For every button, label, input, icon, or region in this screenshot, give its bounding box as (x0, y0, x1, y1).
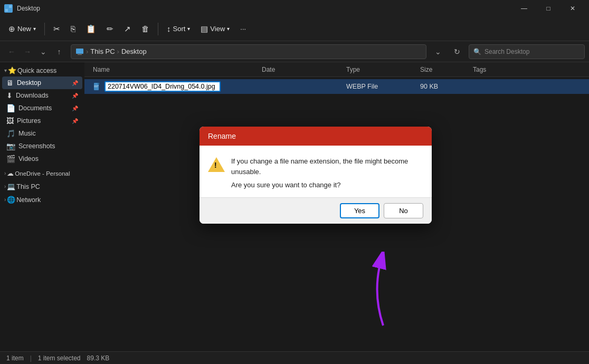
window-controls: — □ ✕ (512, 0, 585, 17)
delete-icon: 🗑 (141, 24, 149, 33)
share-button[interactable]: ↗ (120, 22, 135, 36)
svg-rect-2 (5, 9, 8, 12)
new-dropdown-icon: ▾ (33, 26, 36, 32)
new-button[interactable]: ⊕ New ▾ (4, 22, 40, 36)
paste-button[interactable]: 📋 (82, 22, 100, 36)
delete-button[interactable]: 🗑 (137, 22, 154, 35)
status-bar: 1 item | 1 item selected 89.3 KB (0, 351, 589, 364)
close-button[interactable]: ✕ (560, 0, 585, 17)
rename-icon: ✏ (107, 24, 113, 34)
view-icon: ▤ (201, 24, 208, 34)
dialog-title: Rename (208, 132, 236, 140)
new-icon: ⊕ (8, 24, 15, 34)
toolbar: ⊕ New ▾ ✂ ⎘ 📋 ✏ ↗ 🗑 ↕ Sort ▾ ▤ View ▾ ··… (0, 17, 589, 41)
cut-button[interactable]: ✂ (49, 22, 64, 36)
maximize-button[interactable]: □ (536, 0, 560, 17)
paste-icon: 📋 (86, 24, 96, 34)
sort-label: Sort (173, 25, 186, 33)
toolbar-sep-2 (158, 23, 158, 35)
rename-button[interactable]: ✏ (102, 22, 118, 36)
copy-button[interactable]: ⎘ (66, 22, 80, 35)
copy-icon: ⎘ (71, 24, 75, 33)
dialog-submessage: Are you sure you want to change it? (208, 181, 423, 189)
status-size: 89.3 KB (87, 355, 110, 362)
dialog-header: Rename (200, 127, 432, 146)
cut-icon: ✂ (53, 24, 60, 34)
rename-dialog: Rename ! If you change a file name exten… (200, 127, 432, 224)
dialog-message-row: ! If you change a file name extension, t… (208, 156, 423, 177)
status-selected: 1 item selected (38, 355, 81, 362)
more-icon: ··· (240, 25, 246, 33)
dialog-yes-button[interactable]: Yes (340, 203, 379, 218)
dialog-body: ! If you change a file name extension, t… (200, 146, 432, 197)
warning-exclaim: ! (214, 161, 217, 169)
title-bar: Desktop — □ ✕ (0, 0, 589, 17)
status-count: 1 item (6, 355, 24, 362)
dialog-no-button[interactable]: No (384, 203, 423, 218)
sort-button[interactable]: ↕ Sort ▾ (163, 22, 194, 35)
view-button[interactable]: ▤ View ▾ (196, 22, 234, 36)
new-label: New (17, 25, 31, 33)
sort-icon: ↕ (167, 24, 171, 33)
title-bar-left: Desktop (4, 4, 40, 13)
status-sep-1: | (30, 355, 32, 362)
svg-rect-0 (5, 5, 8, 8)
share-icon: ↗ (124, 24, 131, 34)
more-button[interactable]: ··· (236, 23, 250, 35)
svg-rect-1 (9, 5, 12, 8)
toolbar-sep-1 (44, 23, 45, 35)
window-title: Desktop (17, 5, 40, 12)
explorer-icon (4, 4, 13, 13)
dialog-message: If you change a file name extension, the… (231, 156, 423, 177)
dialog-footer: Yes No (200, 197, 432, 224)
dialog-overlay: Rename ! If you change a file name exten… (0, 41, 589, 351)
svg-rect-3 (9, 9, 12, 12)
sort-dropdown-icon: ▾ (187, 26, 190, 32)
minimize-button[interactable]: — (512, 0, 536, 17)
view-label: View (210, 25, 225, 33)
view-dropdown-icon: ▾ (227, 26, 230, 32)
warning-icon: ! (208, 156, 225, 173)
